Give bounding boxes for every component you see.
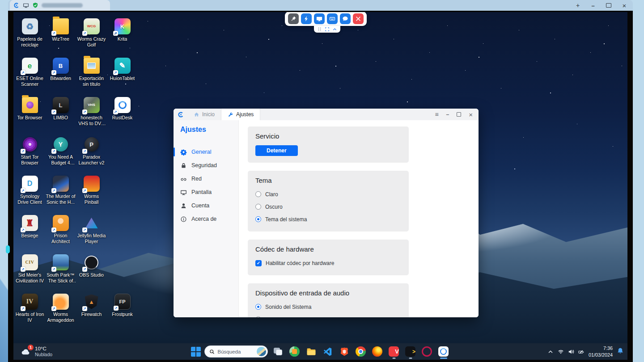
desktop-icon-torfolder[interactable]: Tor Browser: [14, 94, 45, 134]
desktop-icon-huion[interactable]: ✎ HuionTablet: [107, 55, 138, 94]
taskbar-app-explorer[interactable]: [305, 344, 318, 359]
desktop-icon-hoi4[interactable]: IV Hearts of Iron IV: [14, 291, 45, 330]
new-tab-button[interactable]: [576, 2, 580, 9]
toolbar-button-keyboard[interactable]: [327, 13, 338, 24]
control-label: Detener: [255, 145, 298, 156]
toolbar-button-pin[interactable]: [288, 13, 299, 24]
sidebar-item-pantalla[interactable]: Pantalla: [174, 185, 238, 199]
start-button[interactable]: [191, 347, 201, 357]
sidebar-item-icon: [180, 216, 187, 223]
taskbar-app-opera[interactable]: [420, 344, 434, 359]
desktop-icon-krita[interactable]: K Krita: [107, 16, 138, 55]
sidebar-item-seguridad[interactable]: Seguridad: [174, 159, 238, 172]
session-tab[interactable]: [10, 0, 110, 11]
taskbar-app-loop[interactable]: [288, 344, 301, 359]
taskbar-app-rustdesk[interactable]: [437, 344, 450, 359]
edge-panel-handle[interactable]: [6, 245, 10, 253]
desktop-icon-limbo[interactable]: L LIMBO: [45, 94, 76, 134]
desktop-icon-wormsgolf[interactable]: WCG Worms Crazy Golf: [76, 16, 107, 55]
sidebar-item-cuenta[interactable]: Cuenta: [174, 199, 238, 212]
desktop-icon-honestech[interactable]: VHS honestech VHS to DVD 5.0 SE: [76, 94, 107, 134]
sidebar-item-acercade[interactable]: Acerca de: [174, 212, 238, 226]
tab-inicio[interactable]: Inicio: [187, 109, 221, 120]
taskbar-app-chrome[interactable]: [354, 344, 368, 359]
sidebar-item-label: Acerca de: [191, 216, 216, 222]
close-button[interactable]: [469, 111, 473, 118]
wifi-icon[interactable]: [558, 349, 564, 355]
desktop-icon-label: HuionTablet: [110, 76, 135, 81]
desktop-icon-label: The Murder of Sonic the H...: [46, 194, 76, 205]
taskbar-app-taskview[interactable]: [271, 344, 285, 359]
clock[interactable]: 7:36 01/03/2024: [589, 345, 613, 358]
desktop-icon-wormsarm[interactable]: Worms Armageddon: [45, 291, 76, 330]
sidebar-item-general[interactable]: General: [174, 145, 238, 159]
desktop-icon-ynab[interactable]: Y You Need A Budget 4 (YNAB): [45, 134, 76, 173]
desktop-icon-civ4[interactable]: CIV Sid Meier's Civilization IV: [14, 252, 45, 291]
close-button[interactable]: [622, 2, 627, 9]
desktop-icon-export[interactable]: Exportación sin título: [76, 55, 107, 94]
minimize-button[interactable]: [446, 111, 449, 118]
taskbar-app-svg: [339, 347, 349, 357]
toolbar-button-close[interactable]: [353, 13, 364, 24]
desktop-icon-grid: ♻ Papelera de reciclaje WizTree: [14, 16, 138, 330]
taskbar-app-vivaldi[interactable]: V: [387, 344, 401, 359]
desktop-icon-synology[interactable]: D Synology Drive Client: [14, 173, 45, 212]
shortcut-arrow-icon: [51, 31, 56, 36]
desktop-icon-prison[interactable]: Prison Architect: [45, 212, 76, 252]
control-sonidosistema[interactable]: Sonido del Sistema: [255, 301, 401, 312]
desktop-icon-paradox[interactable]: P Paradox Launcher v2: [76, 134, 107, 173]
desktop-icon-bitwarden[interactable]: B Bitwarden: [45, 55, 76, 94]
taskbar-app-vscode[interactable]: [321, 344, 335, 359]
desktop-icon-frostpunk[interactable]: FP Frostpunk: [107, 291, 138, 330]
sidebar-item-icon: [180, 176, 187, 182]
control-oscuro[interactable]: Oscuro: [255, 201, 401, 212]
desktop-icon-starttor[interactable]: Start Tor Browser: [14, 134, 45, 173]
toolbar-button-actions[interactable]: [301, 13, 312, 24]
collapse-toolbar-icon[interactable]: [332, 27, 337, 32]
taskbar-app-firefox[interactable]: [371, 344, 384, 359]
desktop-icon-southpark[interactable]: South Park™ The Stick of Truth™: [45, 252, 76, 291]
sidebar-item-red[interactable]: Red: [174, 172, 238, 185]
fullscreen-icon[interactable]: [325, 27, 330, 32]
minimize-button[interactable]: [591, 2, 595, 9]
taskbar-app-brave[interactable]: [338, 344, 351, 359]
desktop-icon-wormspinball[interactable]: Worms Pinball: [76, 173, 107, 212]
toolbar-button-chat[interactable]: [340, 13, 351, 24]
control-claro[interactable]: Claro: [255, 189, 401, 200]
maximize-button[interactable]: [457, 112, 461, 117]
desktop-icon-jellyfin[interactable]: Jellyfin Media Player: [76, 212, 107, 252]
taskbar-search[interactable]: Búsqueda: [204, 345, 268, 358]
app-tile-icon: [84, 254, 100, 270]
desktop-icon-label: Papelera de reciclaje: [15, 36, 45, 47]
desktop-icon-besiege[interactable]: ♜ Besiege: [14, 212, 45, 252]
toolbar-button-display[interactable]: [314, 13, 325, 24]
desktop-icon-wiztree[interactable]: WizTree: [45, 16, 76, 55]
search-highlight-image[interactable]: [257, 347, 266, 356]
toolbar-button-icon: [290, 16, 297, 22]
desktop-icon-obs[interactable]: OBS Studio: [76, 252, 107, 291]
control-hwcodec[interactable]: Habilitar códec por hardware: [255, 257, 401, 269]
settings-tabs: Inicio Ajustes: [187, 109, 260, 120]
notification-bell-icon[interactable]: [617, 347, 624, 356]
desktop-icon-recycle[interactable]: ♻ Papelera de reciclaje: [14, 16, 45, 55]
volume-icon[interactable]: [568, 349, 574, 355]
taskbar-app-svg: [373, 347, 382, 357]
rustdesk-settings-window: Inicio Ajustes: [174, 109, 479, 317]
desktop-icon-rustdesk[interactable]: RustDesk: [107, 94, 138, 134]
desktop-icon-eset[interactable]: e ESET Online Scanner: [14, 55, 45, 94]
stylus-battery-icon[interactable]: [578, 349, 585, 355]
search-placeholder: Búsqueda: [218, 349, 254, 354]
desktop-icon-firewatch[interactable]: ▲ Firewatch: [76, 291, 107, 330]
desktop-icon-sonic[interactable]: The Murder of Sonic the H...: [45, 173, 76, 212]
desktop-icon-label: RustDesk: [112, 115, 133, 121]
maximize-button[interactable]: [606, 3, 611, 8]
control-microfono[interactable]: Micrófono (Razer BlackShark V2 HS 2.4): [255, 314, 401, 317]
taskbar-app-terminal[interactable]: >: [404, 344, 417, 359]
tray-chevron-up-icon[interactable]: [547, 349, 554, 355]
menu-icon[interactable]: [435, 111, 438, 118]
tab-ajustes[interactable]: Ajustes: [221, 109, 260, 120]
drag-handle-icon[interactable]: [317, 27, 322, 32]
sidebar-item-label: Pantalla: [191, 189, 212, 195]
control-sistema[interactable]: Tema del sistema: [255, 214, 401, 225]
control-detener[interactable]: Detener: [255, 145, 401, 156]
